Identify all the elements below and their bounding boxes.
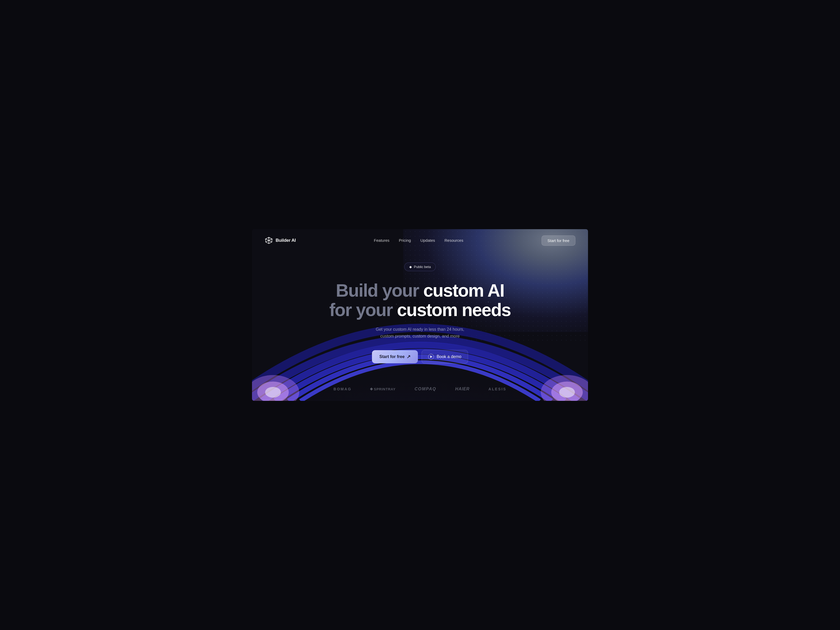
logo-text: Builder AI xyxy=(276,238,296,243)
logo-compaq: COMPAQ xyxy=(414,387,436,392)
badge-text: Public beta xyxy=(414,265,431,269)
logo-alesis: ALESIS xyxy=(488,387,507,391)
builder-ai-logo-icon xyxy=(265,236,273,245)
svg-marker-24 xyxy=(271,238,273,240)
nav-links: Features Pricing Updates Resources xyxy=(374,238,463,243)
logo-haier: Haier xyxy=(455,387,470,392)
sprintray-diamond-icon xyxy=(370,388,373,391)
logos-bar: BOMAG SprintRay COMPAQ Haier ALESIS xyxy=(252,379,588,401)
btn-secondary-label: Book a demo xyxy=(437,354,461,359)
play-triangle xyxy=(430,355,432,358)
nav-item-features[interactable]: Features xyxy=(374,238,389,243)
hero-subtext: Get your custom AI ready in less than 24… xyxy=(370,326,470,339)
svg-marker-23 xyxy=(265,238,267,240)
logo-bomag: BOMAG xyxy=(334,387,352,391)
nav-item-resources[interactable]: Resources xyxy=(444,238,463,243)
hero-buttons: Start for free ↗ Book a demo xyxy=(372,350,468,363)
hero-book-demo-button[interactable]: Book a demo xyxy=(422,350,468,363)
svg-marker-22 xyxy=(268,242,269,244)
beta-badge[interactable]: ◆ Public beta xyxy=(404,262,436,271)
nav-item-updates[interactable]: Updates xyxy=(420,238,435,243)
arrow-icon: ↗ xyxy=(407,354,411,360)
logo-sprintray: SprintRay xyxy=(370,387,396,391)
hero-section: ◆ Public beta Build your custom AI for y… xyxy=(252,252,588,380)
page-wrapper: Builder AI Features Pricing Updates Reso… xyxy=(252,229,588,401)
headline-for-your: for your xyxy=(329,300,392,320)
play-icon xyxy=(428,354,434,360)
hero-start-free-button[interactable]: Start for free ↗ xyxy=(372,350,418,363)
nav-start-free-button[interactable]: Start for free xyxy=(542,235,575,246)
headline-custom-ai: custom AI xyxy=(423,280,504,300)
nav-item-pricing[interactable]: Pricing xyxy=(399,238,411,243)
headline-build-your: Build your xyxy=(336,280,419,300)
hero-headline: Build your custom AI for your custom nee… xyxy=(329,281,510,320)
logo-area[interactable]: Builder AI xyxy=(265,236,296,245)
btn-primary-label: Start for free xyxy=(379,354,404,359)
svg-marker-21 xyxy=(268,237,269,239)
headline-custom-needs: custom needs xyxy=(397,300,510,320)
badge-icon: ◆ xyxy=(409,265,412,269)
navbar: Builder AI Features Pricing Updates Reso… xyxy=(252,229,588,252)
